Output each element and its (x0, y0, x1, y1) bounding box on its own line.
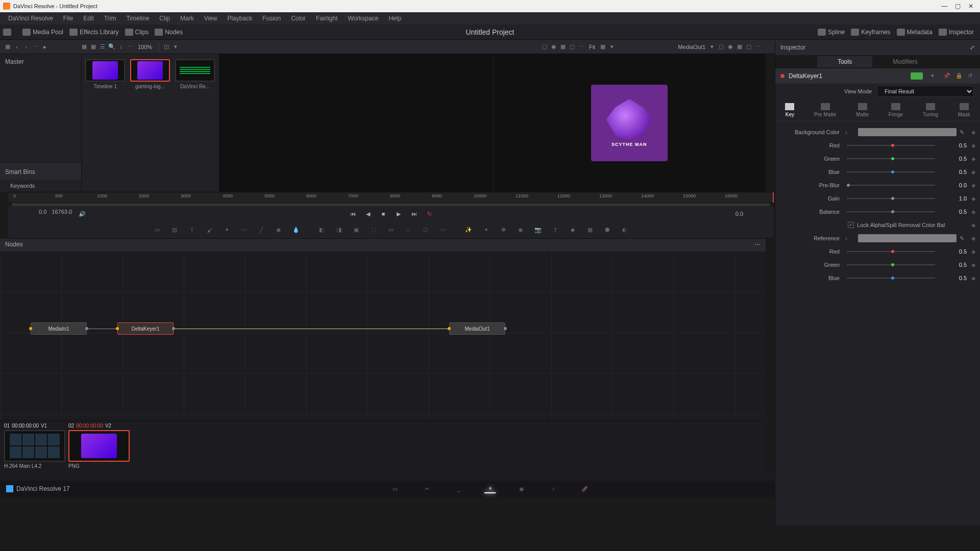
chevron-left-icon[interactable]: ‹ (12, 43, 21, 51)
ref-keyframe-icon[interactable]: ◆ (970, 235, 977, 242)
resize-tool-icon[interactable]: ⬚ (366, 224, 381, 236)
menu-clip[interactable]: Clip (154, 15, 175, 22)
blue-value[interactable]: 0.5 (942, 169, 967, 175)
bspline-tool-icon[interactable]: 〰 (435, 224, 451, 236)
inspector-expand-icon[interactable]: ⤢ (970, 44, 975, 53)
spline-toggle[interactable]: Spline (815, 28, 848, 37)
thumb-davinci-audio[interactable]: DaVinci Re... (175, 59, 215, 89)
viewer-source[interactable]: MediaOut1 (678, 44, 705, 50)
text3d-tool-icon[interactable]: T (548, 224, 563, 236)
lock-icon[interactable]: 🔒 (955, 72, 963, 80)
gain-keyframe-icon[interactable]: ◆ (970, 195, 977, 202)
maximize-button[interactable]: ▢ (951, 2, 964, 11)
menu-mark[interactable]: Mark (175, 15, 199, 22)
menu-timeline[interactable]: Timeline (121, 15, 154, 22)
rgreen-slider[interactable] (847, 264, 935, 265)
search-icon[interactable]: 🔍 (107, 43, 116, 51)
thumb-gaming-logo[interactable]: gaming-log... (130, 59, 170, 89)
prematte-subtab[interactable]: Pre Matte (814, 103, 836, 117)
node-deltakeyer1[interactable]: DeltaKeyer1 (117, 322, 174, 335)
deliver-page-icon[interactable]: 🚀 (579, 484, 591, 493)
close-button[interactable]: ✕ (965, 2, 977, 11)
node-mediaout1[interactable]: MediaOut1 (449, 322, 505, 335)
mask-subtab[interactable]: Mask (958, 103, 970, 117)
menu-playback[interactable]: Playback (222, 15, 257, 22)
layout-toggle-icon[interactable] (3, 29, 11, 36)
effects-library-toggle[interactable]: Effects Library (66, 28, 121, 37)
tuning-subtab[interactable]: Tuning (923, 103, 938, 117)
bgcolor-keyframe-icon[interactable]: ◆ (970, 129, 977, 136)
bin-view-icon[interactable]: ▦ (3, 43, 12, 51)
more-icon[interactable]: ⋯ (126, 43, 135, 51)
thumb-list-icon[interactable]: ☰ (98, 43, 107, 51)
clips-toggle[interactable]: Clips (122, 28, 152, 37)
zoom-level[interactable]: 100% (135, 44, 155, 50)
menu-davinci[interactable]: DaVinci Resolve (3, 15, 58, 22)
safe2-icon[interactable]: ▢ (744, 43, 753, 51)
shape3d-tool-icon[interactable]: ◆ (565, 224, 580, 236)
inspector-toggle[interactable]: Inspector (936, 28, 977, 37)
menu-file[interactable]: File (58, 15, 78, 22)
rblue-slider[interactable] (847, 278, 935, 279)
viewer-more2-icon[interactable]: ⋯ (753, 43, 763, 51)
menu-color[interactable]: Color (286, 15, 311, 22)
modifiers-tab[interactable]: Modifiers (872, 56, 938, 67)
step-fwd-button[interactable]: ⏭ (409, 209, 419, 219)
fastnoise-tool-icon[interactable]: ▨ (167, 224, 182, 236)
channelbool-tool-icon[interactable]: 💧 (288, 224, 304, 236)
menu-trim[interactable]: Trim (99, 15, 121, 22)
balance-slider[interactable] (847, 211, 935, 212)
tracker-tool-icon[interactable]: ✦ (219, 224, 234, 236)
viewer-dropdown-icon[interactable]: ▾ (171, 43, 180, 51)
ellipse-tool-icon[interactable]: ○ (401, 224, 416, 236)
lock-keyframe-icon[interactable]: ◆ (970, 222, 977, 229)
clip-02[interactable]: 0200:00:00:00V2 PNG (68, 423, 130, 469)
viewmode-select[interactable]: Final Result (877, 86, 974, 97)
bgcolor-picker-icon[interactable]: ✎ (960, 129, 967, 136)
camera3d-tool-icon[interactable]: 📷 (530, 224, 546, 236)
node-enabled-dot[interactable] (780, 74, 785, 78)
nodes-toggle[interactable]: Nodes (152, 28, 186, 37)
chevron-right-icon[interactable]: › (21, 43, 31, 51)
matte-subtab[interactable]: Matte (856, 103, 869, 117)
pin-icon[interactable]: 📌 (943, 72, 950, 80)
blue-keyframe-icon[interactable]: ◆ (970, 169, 977, 176)
balance-value[interactable]: 0.5 (942, 209, 967, 215)
node-color-indicator[interactable] (911, 72, 923, 80)
preblur-keyframe-icon[interactable]: ◆ (970, 182, 977, 189)
grid-icon[interactable]: ▦ (558, 43, 568, 51)
gain-slider[interactable] (847, 198, 935, 199)
globe-icon[interactable]: ◉ (549, 43, 558, 51)
master-bin[interactable]: Master (0, 54, 81, 69)
bgcolor-swatch[interactable] (858, 128, 957, 136)
rred-slider[interactable] (847, 251, 935, 252)
rgreen-keyframe-icon[interactable]: ◆ (970, 262, 977, 268)
rblue-keyframe-icon[interactable]: ◆ (970, 275, 977, 282)
red-keyframe-icon[interactable]: ◆ (970, 142, 977, 149)
menu-fusion[interactable]: Fusion (257, 15, 286, 22)
merge-tool-icon[interactable]: ◧ (314, 224, 329, 236)
polygon-tool-icon[interactable]: ⬡ (418, 224, 433, 236)
rblue-value[interactable]: 0.5 (942, 275, 967, 281)
lock-checkbox[interactable]: ✓ (848, 222, 854, 228)
balance-keyframe-icon[interactable]: ◆ (970, 209, 977, 215)
key-subtab[interactable]: Key (785, 103, 794, 117)
rgreen-value[interactable]: 0.5 (942, 262, 967, 268)
stop-button[interactable]: ■ (378, 209, 388, 219)
smart-bins-header[interactable]: Smart Bins (0, 164, 81, 180)
snapshot-icon[interactable]: ▢ (717, 43, 726, 51)
red-slider[interactable] (847, 145, 935, 146)
go-start-button[interactable]: ⏮ (348, 209, 358, 219)
colorcorr-tool-icon[interactable]: 〰 (236, 224, 252, 236)
viewer-layout-icon[interactable]: ◫ (162, 43, 171, 51)
grid2-icon[interactable]: ▦ (735, 43, 744, 51)
blur-tool-icon[interactable]: ◉ (271, 224, 286, 236)
clip-01[interactable]: 0100:00:00:00V1 H.264 Main L4.2 (4, 423, 65, 469)
gain-value[interactable]: 1.0 (942, 195, 967, 202)
pimage-tool-icon[interactable]: ❋ (496, 224, 511, 236)
nodes-canvas[interactable]: MediaIn1DeltaKeyer1MediaOut1 (0, 251, 766, 420)
thumb-timeline1[interactable]: Timeline 1 (85, 59, 126, 89)
loop-button[interactable]: ↻ (424, 209, 434, 219)
ref-picker-icon[interactable]: ✎ (960, 235, 967, 242)
green-keyframe-icon[interactable]: ◆ (970, 156, 977, 162)
